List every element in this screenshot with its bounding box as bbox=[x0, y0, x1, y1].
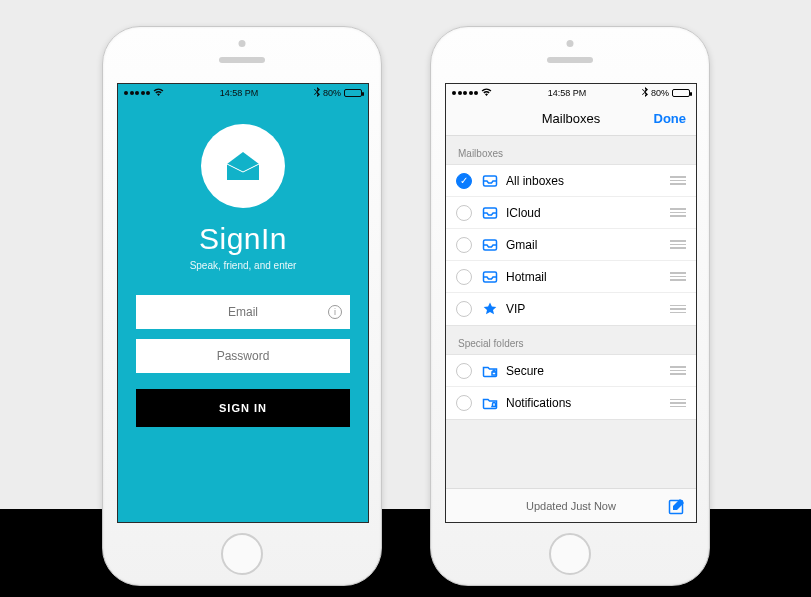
nav-bar: Mailboxes Done bbox=[446, 102, 696, 136]
star-icon bbox=[482, 301, 498, 317]
battery-pct: 80% bbox=[651, 88, 669, 98]
svg-rect-4 bbox=[492, 372, 496, 375]
password-field-wrap bbox=[136, 339, 350, 373]
checkbox-icon[interactable] bbox=[456, 237, 472, 253]
mailbox-row[interactable]: Hotmail bbox=[446, 261, 696, 293]
reorder-grip-icon[interactable] bbox=[670, 208, 686, 217]
signal-icon bbox=[452, 91, 478, 95]
row-label: All inboxes bbox=[506, 174, 670, 188]
tray-icon bbox=[482, 237, 498, 253]
checkbox-icon[interactable] bbox=[456, 301, 472, 317]
battery-pct: 80% bbox=[323, 88, 341, 98]
row-label: VIP bbox=[506, 302, 670, 316]
info-icon[interactable]: i bbox=[328, 305, 342, 319]
reorder-grip-icon[interactable] bbox=[670, 366, 686, 375]
bluetooth-icon bbox=[314, 87, 320, 99]
status-bar: 14:58 PM 80% bbox=[118, 84, 368, 102]
checkbox-icon[interactable] bbox=[456, 363, 472, 379]
special-row[interactable]: Notifications bbox=[446, 387, 696, 419]
phone-camera bbox=[567, 40, 574, 47]
bluetooth-icon bbox=[642, 87, 648, 99]
nav-title: Mailboxes bbox=[542, 111, 601, 126]
phone-mockup-mailboxes: 14:58 PM 80% Mailboxes Done Mailboxes Al… bbox=[430, 26, 710, 586]
wifi-icon bbox=[153, 88, 164, 99]
mailbox-row[interactable]: VIP bbox=[446, 293, 696, 325]
battery-icon bbox=[672, 89, 690, 97]
compose-icon[interactable] bbox=[668, 497, 686, 515]
screen-signin: 14:58 PM 80% SignIn bbox=[117, 83, 369, 523]
row-label: ICloud bbox=[506, 206, 670, 220]
sign-in-button[interactable]: SIGN IN bbox=[136, 389, 350, 427]
signin-subtitle: Speak, friend, and enter bbox=[118, 260, 368, 271]
phone-camera bbox=[239, 40, 246, 47]
home-button[interactable] bbox=[221, 533, 263, 575]
battery-icon bbox=[344, 89, 362, 97]
email-field-wrap: i bbox=[136, 295, 350, 329]
signin-title: SignIn bbox=[118, 222, 368, 256]
mailbox-row[interactable]: Gmail bbox=[446, 229, 696, 261]
section-header-special: Special folders bbox=[446, 326, 696, 354]
reorder-grip-icon[interactable] bbox=[670, 399, 686, 408]
password-field[interactable] bbox=[136, 339, 350, 373]
screen-mailboxes: 14:58 PM 80% Mailboxes Done Mailboxes Al… bbox=[445, 83, 697, 523]
special-row[interactable]: Secure bbox=[446, 355, 696, 387]
tray-icon bbox=[482, 205, 498, 221]
phone-speaker bbox=[547, 57, 593, 63]
mailbox-row[interactable]: ICloud bbox=[446, 197, 696, 229]
status-time: 14:58 PM bbox=[220, 88, 259, 98]
reorder-grip-icon[interactable] bbox=[670, 240, 686, 249]
tray-icon bbox=[482, 173, 498, 189]
home-button[interactable] bbox=[549, 533, 591, 575]
checkbox-icon[interactable] bbox=[456, 395, 472, 411]
phone-speaker bbox=[219, 57, 265, 63]
folder-lock-icon bbox=[482, 363, 498, 379]
checkbox-icon[interactable] bbox=[456, 205, 472, 221]
email-field[interactable] bbox=[136, 295, 350, 329]
toolbar-status: Updated Just Now bbox=[526, 500, 616, 512]
checkbox-icon[interactable] bbox=[456, 269, 472, 285]
done-button[interactable]: Done bbox=[654, 111, 687, 126]
wifi-icon bbox=[481, 88, 492, 99]
toolbar: Updated Just Now bbox=[446, 488, 696, 522]
folder-bell-icon bbox=[482, 395, 498, 411]
app-logo bbox=[201, 124, 285, 208]
status-bar: 14:58 PM 80% bbox=[446, 84, 696, 102]
row-label: Secure bbox=[506, 364, 670, 378]
reorder-grip-icon[interactable] bbox=[670, 305, 686, 314]
reorder-grip-icon[interactable] bbox=[670, 176, 686, 185]
status-time: 14:58 PM bbox=[548, 88, 587, 98]
signal-icon bbox=[124, 91, 150, 95]
reorder-grip-icon[interactable] bbox=[670, 272, 686, 281]
row-label: Hotmail bbox=[506, 270, 670, 284]
row-label: Notifications bbox=[506, 396, 670, 410]
checkbox-icon[interactable] bbox=[456, 173, 472, 189]
section-header-mailboxes: Mailboxes bbox=[446, 136, 696, 164]
phone-mockup-signin: 14:58 PM 80% SignIn bbox=[102, 26, 382, 586]
tray-icon bbox=[482, 269, 498, 285]
row-label: Gmail bbox=[506, 238, 670, 252]
mailbox-row[interactable]: All inboxes bbox=[446, 165, 696, 197]
